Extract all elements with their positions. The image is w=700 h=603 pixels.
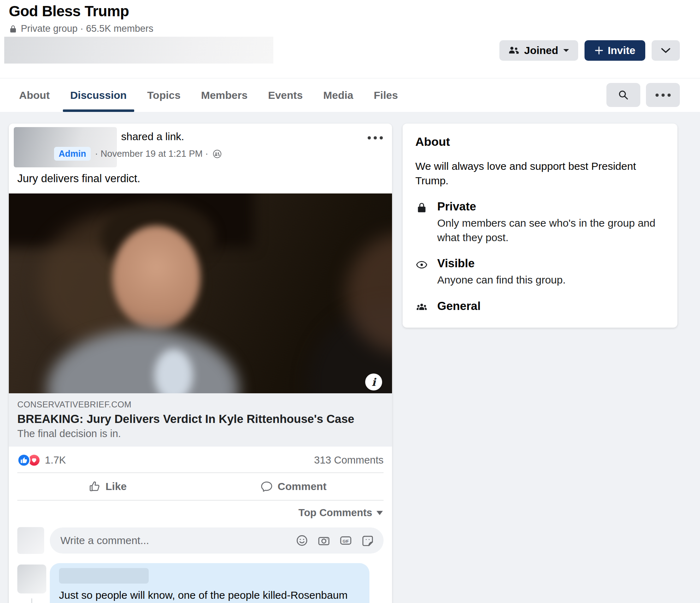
like-button-label: Like <box>106 480 127 492</box>
about-item-title: Visible <box>437 257 566 270</box>
about-item-subtitle: Only members can see who's in the group … <box>437 216 665 245</box>
sort-label: Top Comments <box>298 507 372 519</box>
like-button[interactable]: Like <box>14 475 201 498</box>
post-link-image[interactable]: i <box>9 193 392 393</box>
about-card-description: We will always love and support best Pre… <box>415 159 665 188</box>
about-card: About We will always love and support be… <box>403 124 677 328</box>
header-actions: Joined Invite <box>499 40 680 61</box>
about-item-title: General <box>437 299 481 313</box>
post-more-button[interactable] <box>368 136 383 139</box>
post-shared-text: shared a link. <box>121 131 184 143</box>
post-actions-row: Like Comment <box>9 473 392 500</box>
post-timestamp[interactable]: · November 19 at 1:21 PM · <box>95 148 208 159</box>
link-domain: CONSERVATIVEBRIEF.COM <box>17 400 384 410</box>
link-description: The final decision is in. <box>17 428 384 440</box>
image-info-button[interactable]: i <box>365 374 382 390</box>
about-card-title: About <box>415 135 665 149</box>
nav-right-actions <box>606 83 680 107</box>
comment-input-placeholder: Write a comment... <box>60 535 295 547</box>
about-item-subtitle: Anyone can find this group. <box>437 273 566 287</box>
joined-button[interactable]: Joined <box>499 40 578 61</box>
about-item-general: General <box>415 299 665 314</box>
admin-badge: Admin <box>54 147 91 161</box>
comment-input[interactable]: Write a comment... GIF <box>50 527 384 554</box>
divider <box>17 472 384 473</box>
ellipsis-icon <box>655 94 671 97</box>
post-meta-row: Admin · November 19 at 1:21 PM · <box>54 147 222 161</box>
lock-icon <box>9 25 17 33</box>
search-button[interactable] <box>606 83 640 107</box>
ellipsis-icon <box>368 136 383 139</box>
more-options-button[interactable] <box>646 83 680 107</box>
comment-sort-selector[interactable]: Top Comments <box>9 501 392 521</box>
post-stats-row: 1.7K 313 Comments <box>9 447 392 472</box>
search-icon <box>618 89 629 101</box>
tab-files[interactable]: Files <box>363 78 408 112</box>
comment-bubble-icon <box>260 480 273 493</box>
comment-bubble: Just so people will know, one of the peo… <box>50 563 369 603</box>
group-icon <box>415 299 428 314</box>
post-body-text: Jury delivers final verdict. <box>9 170 392 193</box>
plus-icon <box>594 46 604 55</box>
sticker-icon[interactable] <box>361 534 374 547</box>
blurred-commenter-avatar <box>17 565 46 593</box>
comment-composer: Write a comment... GIF <box>9 521 392 557</box>
comment-button[interactable]: Comment <box>201 475 387 498</box>
more-header-options-button[interactable] <box>652 40 680 61</box>
comment-text: Just so people will know, one of the peo… <box>59 588 360 603</box>
tab-topics[interactable]: Topics <box>137 78 191 112</box>
tab-members[interactable]: Members <box>191 78 258 112</box>
comment-button-label: Comment <box>278 480 326 492</box>
emoji-icon[interactable] <box>295 534 309 547</box>
tab-events[interactable]: Events <box>258 78 313 112</box>
tab-media[interactable]: Media <box>313 78 363 112</box>
tab-bar: About Discussion Topics Members Events M… <box>9 78 700 112</box>
reaction-count: 1.7K <box>45 454 66 466</box>
camera-icon[interactable] <box>317 534 331 547</box>
group-nav: About Discussion Topics Members Events M… <box>0 78 700 112</box>
page-content: shared a link. Admin · November 19 at 1:… <box>0 112 700 603</box>
group-privacy-row: Private group · 65.5K members <box>9 23 153 34</box>
blurred-banner-region <box>4 37 273 64</box>
blurred-commenter-name <box>59 568 149 584</box>
joined-label: Joined <box>524 44 558 56</box>
invite-button[interactable]: Invite <box>585 40 645 61</box>
group-title: God Bless Trump <box>9 3 129 20</box>
gif-icon[interactable]: GIF <box>339 534 352 547</box>
blurred-self-avatar <box>17 527 44 554</box>
eye-icon <box>415 257 428 287</box>
post-header: shared a link. Admin · November 19 at 1:… <box>9 124 392 170</box>
link-preview[interactable]: CONSERVATIVEBRIEF.COM BREAKING: Jury Del… <box>9 393 392 447</box>
chevron-down-icon <box>661 47 671 54</box>
invite-label: Invite <box>608 44 635 56</box>
composer-icons: GIF <box>295 534 374 547</box>
lock-icon <box>415 200 428 245</box>
divider <box>17 500 384 501</box>
link-title: BREAKING: Jury Delivers Verdict In Kyle … <box>17 412 384 426</box>
reaction-summary[interactable]: 1.7K <box>17 454 66 467</box>
about-item-title: Private <box>437 200 665 213</box>
about-item-private: Private Only members can see who's in th… <box>415 200 665 245</box>
svg-text:GIF: GIF <box>343 539 349 543</box>
tab-discussion[interactable]: Discussion <box>60 78 137 112</box>
tab-about[interactable]: About <box>9 78 60 112</box>
post-card: shared a link. Admin · November 19 at 1:… <box>9 124 392 603</box>
thumbs-up-icon <box>88 480 101 493</box>
comment-item: Just so people will know, one of the peo… <box>17 563 384 603</box>
members-icon <box>508 44 520 56</box>
caret-down-icon <box>376 511 383 515</box>
comments-section: Just so people will know, one of the peo… <box>9 557 392 603</box>
group-audience-icon <box>213 149 222 159</box>
comments-count[interactable]: 313 Comments <box>314 454 384 466</box>
joined-caret-icon <box>563 48 570 53</box>
about-item-visible: Visible Anyone can find this group. <box>415 257 665 287</box>
group-privacy-label: Private group · 65.5K members <box>21 23 153 34</box>
like-reaction-icon <box>17 454 30 467</box>
photo-face-shape <box>112 226 201 329</box>
group-header: God Bless Trump Private group · 65.5K me… <box>0 0 700 112</box>
